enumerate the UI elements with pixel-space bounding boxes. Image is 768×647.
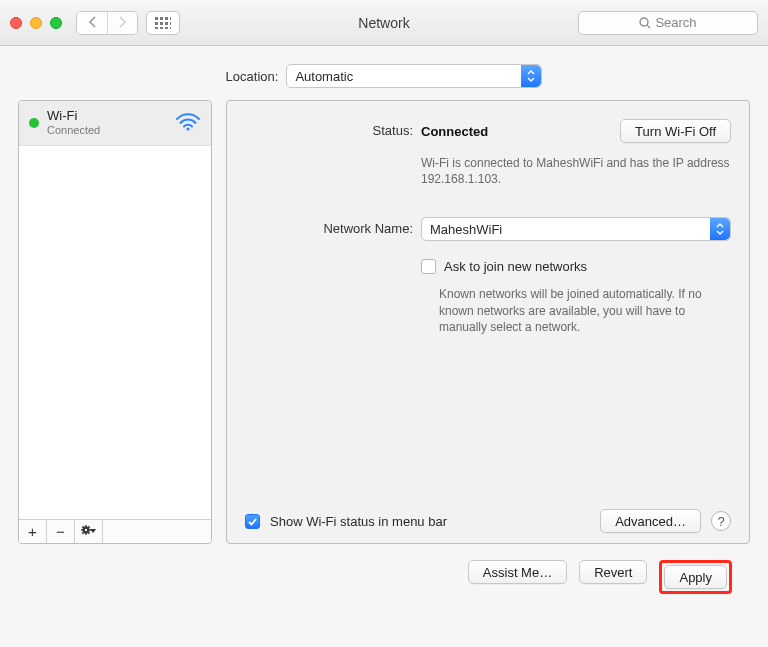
search-field[interactable]: Search [578,11,758,35]
svg-rect-10 [165,27,168,29]
nav-back-forward [76,11,138,35]
apply-button[interactable]: Apply [664,565,727,589]
add-service-button[interactable]: + [19,520,47,543]
svg-rect-7 [170,22,171,25]
network-name-label: Network Name: [245,217,413,236]
remove-service-button[interactable]: − [47,520,75,543]
service-actions-button[interactable] [75,520,103,543]
footer-buttons: Assist Me… Revert Apply [18,544,750,594]
svg-rect-6 [165,22,168,25]
show-all-button[interactable] [146,11,180,35]
status-note: Wi-Fi is connected to MaheshWiFi and has… [421,155,731,187]
svg-rect-17 [85,525,86,527]
close-window-button[interactable] [10,17,22,29]
checkbox-checked-icon [245,514,260,529]
svg-rect-4 [155,22,158,25]
service-text: Wi-Fi Connected [47,109,167,137]
checkbox-unchecked-icon [421,259,436,274]
svg-rect-5 [160,22,163,25]
svg-rect-11 [170,27,171,29]
services-sidebar: Wi-Fi Connected [18,100,212,544]
status-label: Status: [245,119,413,138]
svg-point-12 [640,18,648,26]
window-controls [10,17,62,29]
svg-rect-2 [165,17,168,20]
svg-rect-1 [160,17,163,20]
location-row: Location: Automatic [0,46,768,100]
location-select[interactable]: Automatic [286,64,542,88]
show-menubar-label: Show Wi-Fi status in menu bar [270,514,447,529]
svg-rect-9 [160,27,163,29]
ask-join-note: Known networks will be joined automatica… [439,286,731,335]
services-list[interactable]: Wi-Fi Connected [19,101,211,519]
assist-me-button[interactable]: Assist Me… [468,560,567,584]
revert-button[interactable]: Revert [579,560,647,584]
toggle-wifi-button[interactable]: Turn Wi-Fi Off [620,119,731,143]
advanced-button[interactable]: Advanced… [600,509,701,533]
ask-join-checkbox[interactable]: Ask to join new networks [421,259,587,274]
detail-pane: Status: Connected Turn Wi-Fi Off Wi-Fi i… [226,100,750,544]
status-value: Connected [421,124,488,139]
svg-point-16 [84,529,86,531]
network-preferences-window: Network Search Location: Automatic [0,0,768,647]
svg-point-14 [186,128,189,131]
search-icon [639,17,651,29]
back-button[interactable] [77,12,107,34]
search-placeholder: Search [655,15,696,30]
ask-join-label: Ask to join new networks [444,259,587,274]
apply-highlight: Apply [659,560,732,594]
status-dot-icon [29,118,39,128]
forward-button[interactable] [107,12,137,34]
svg-rect-0 [155,17,158,20]
service-item-wifi[interactable]: Wi-Fi Connected [19,101,211,146]
location-value: Automatic [295,69,353,84]
network-name-value: MaheshWiFi [430,222,502,237]
svg-rect-19 [81,529,83,530]
show-menubar-checkbox[interactable]: Show Wi-Fi status in menu bar [245,514,447,529]
sidebar-toolbar: + − [19,519,211,543]
location-label: Location: [226,69,279,84]
wifi-icon [175,111,201,134]
updown-arrows-icon [521,65,541,87]
titlebar: Network Search [0,0,768,46]
zoom-window-button[interactable] [50,17,62,29]
gear-icon [80,523,98,540]
svg-rect-3 [170,17,171,20]
svg-line-13 [647,25,650,28]
svg-rect-8 [155,27,158,29]
grid-icon [155,17,171,29]
help-button[interactable]: ? [711,511,731,531]
service-status: Connected [47,124,167,137]
service-name: Wi-Fi [47,109,167,124]
network-name-select[interactable]: MaheshWiFi [421,217,731,241]
minimize-window-button[interactable] [30,17,42,29]
svg-rect-18 [85,533,86,535]
updown-arrows-icon [710,218,730,240]
